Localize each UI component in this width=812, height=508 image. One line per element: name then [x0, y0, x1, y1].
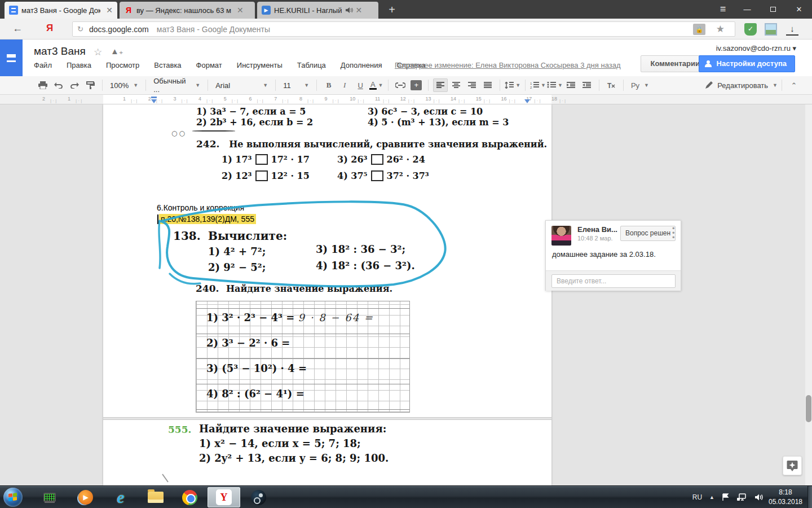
- tab-close-icon[interactable]: ✕: [106, 6, 113, 15]
- taskbar-steam-icon[interactable]: [249, 488, 267, 506]
- back-icon[interactable]: ←: [12, 23, 23, 34]
- comment-menu-icon[interactable]: •••: [672, 226, 675, 240]
- star-document-icon[interactable]: ☆: [94, 46, 102, 58]
- taskbar-explorer-icon[interactable]: [147, 488, 165, 506]
- ex138-item4: 4) 18² : (36 − 3²).: [316, 260, 415, 271]
- volume-icon[interactable]: [754, 493, 764, 501]
- menu-edit[interactable]: Правка: [67, 61, 91, 69]
- line-spacing-button[interactable]: ▼: [505, 78, 520, 92]
- ex242-row2-left: 2) 12³12² · 15: [222, 170, 310, 181]
- text-color-button[interactable]: A▼: [369, 78, 383, 92]
- underline-button[interactable]: U: [353, 78, 368, 92]
- handwritten-answer: 9 · 8 − 64 =: [298, 312, 374, 323]
- scrollbar-thumb[interactable]: [806, 395, 811, 422]
- language-indicator[interactable]: RU: [692, 493, 702, 501]
- reload-icon[interactable]: ↻: [77, 25, 83, 33]
- close-button[interactable]: ✕: [786, 0, 812, 19]
- clear-formatting-icon[interactable]: T: [604, 78, 619, 92]
- taskbar-yandex-browser-active[interactable]: Y: [208, 487, 240, 507]
- share-button[interactable]: Настройки доступа: [699, 55, 795, 72]
- print-icon[interactable]: [36, 78, 50, 92]
- action-center-flag-icon[interactable]: [722, 493, 730, 501]
- taskbar-media-player-icon[interactable]: ▶: [77, 488, 95, 506]
- tray-expand-icon[interactable]: ▲: [709, 494, 714, 500]
- taskbar-task-manager-icon[interactable]: [41, 488, 59, 506]
- clock-time: 8:18: [765, 488, 806, 497]
- redo-icon[interactable]: [67, 78, 82, 92]
- resolve-button[interactable]: Вопрос решен: [620, 226, 676, 241]
- font-select[interactable]: Arial▼: [212, 81, 271, 90]
- tab-music[interactable]: ▶ НЕ.KURILI - Наглый ✕: [257, 2, 378, 19]
- tab-audio-icon[interactable]: [345, 7, 353, 14]
- url-field[interactable]: ↻ docs.google.com мат3 Ваня - Google Док…: [72, 21, 735, 37]
- document-page[interactable]: 1) 3a³ − 7, если a = 5 2) 2b³ + 16, если…: [103, 104, 551, 485]
- decrease-indent-button[interactable]: [564, 78, 579, 92]
- menu-table[interactable]: Таблица: [297, 61, 326, 69]
- ruler-number: 5: [224, 96, 227, 102]
- minimize-button[interactable]: —: [734, 0, 760, 19]
- align-justify-button[interactable]: [480, 78, 495, 92]
- scrollbar-track[interactable]: [805, 104, 812, 485]
- account-email[interactable]: iv.sazonov@cdo-rzn.ru ▾: [716, 44, 796, 52]
- first-line-indent-marker[interactable]: [151, 97, 157, 98]
- collapse-toolbar-icon[interactable]: ⌃: [787, 78, 801, 92]
- font-size-select[interactable]: 11▼: [280, 81, 312, 90]
- new-tab-button[interactable]: +: [383, 2, 400, 19]
- window-controls: ≡ — ✕: [712, 0, 812, 19]
- start-button[interactable]: [3, 488, 23, 507]
- lock-icon[interactable]: 🔒: [693, 24, 705, 35]
- tab-close-icon[interactable]: ✕: [355, 6, 362, 15]
- network-icon[interactable]: [737, 493, 747, 501]
- mode-select[interactable]: Редактировать ▼: [705, 81, 778, 90]
- zoom-select[interactable]: 100%▼: [107, 81, 142, 90]
- tab-close-icon[interactable]: ✕: [237, 6, 244, 15]
- scan-exercise-top-right: 3) 6c³ − 3, если c = 10 4) 5 · (m³ + 13)…: [368, 106, 509, 128]
- bookmark-star-icon[interactable]: ★: [716, 23, 725, 35]
- menu-tools[interactable]: Инструменты: [237, 61, 283, 69]
- show-desktop-button[interactable]: [807, 486, 812, 508]
- paint-format-icon[interactable]: [83, 78, 98, 92]
- undo-icon[interactable]: [51, 78, 66, 92]
- numbered-list-button[interactable]: 12 ▼: [530, 78, 546, 92]
- maximize-button[interactable]: [760, 0, 786, 19]
- browser-menu-icon[interactable]: ≡: [712, 0, 734, 19]
- bold-button[interactable]: B: [321, 78, 336, 92]
- yandex-logo[interactable]: Я: [46, 23, 53, 34]
- tab-yandex-search[interactable]: Я ву — Яндекс: нашлось 63 м ✕: [120, 2, 255, 19]
- menu-view[interactable]: Просмотр: [106, 61, 139, 69]
- screenshot-extension-icon[interactable]: [765, 23, 777, 36]
- ex240-line3: 3) (5³ − 10²) · 4 =: [206, 362, 307, 374]
- explore-button[interactable]: [783, 456, 802, 475]
- input-tools-select[interactable]: Ру▼: [628, 81, 652, 90]
- ruler-tick: | · |: [206, 98, 213, 103]
- menu-addons[interactable]: Дополнения: [341, 61, 382, 69]
- left-indent-marker[interactable]: [151, 99, 157, 103]
- tab-docs[interactable]: мат3 Ваня - Google Доку ✕: [5, 2, 117, 19]
- ruler-tick: | · |: [509, 98, 515, 103]
- text-cursor: [157, 214, 158, 224]
- menu-format[interactable]: Формат: [196, 61, 222, 69]
- move-to-folder-icon[interactable]: ▲₊: [111, 46, 123, 56]
- insert-comment-icon[interactable]: +: [409, 78, 423, 92]
- ruler-number: 7: [274, 96, 277, 102]
- download-icon[interactable]: ↓: [786, 23, 798, 36]
- menu-insert[interactable]: Вставка: [154, 61, 181, 69]
- styles-select[interactable]: Обычный ...▼: [150, 77, 204, 94]
- right-indent-marker[interactable]: [524, 99, 530, 103]
- adblock-shield-icon[interactable]: ✓: [744, 23, 757, 36]
- taskbar-internet-explorer-icon[interactable]: e: [112, 488, 130, 506]
- taskbar-chrome-icon[interactable]: [180, 488, 198, 506]
- increase-indent-button[interactable]: [580, 78, 594, 92]
- insert-link-icon[interactable]: [393, 78, 408, 92]
- align-center-button[interactable]: [449, 78, 464, 92]
- align-left-button[interactable]: [433, 78, 448, 92]
- align-right-button[interactable]: [465, 78, 479, 92]
- document-title[interactable]: мат3 Ваня: [34, 45, 86, 58]
- last-edit-link[interactable]: Последнее изменение: Елена Викторовна Ск…: [395, 61, 621, 69]
- reply-input[interactable]: [551, 274, 676, 288]
- docs-home-button[interactable]: [0, 40, 23, 76]
- menu-file[interactable]: Файл: [34, 61, 52, 69]
- italic-button[interactable]: I: [337, 78, 352, 92]
- taskbar-clock[interactable]: 8:18 05.03.2018: [765, 488, 806, 507]
- bulleted-list-button[interactable]: ▼: [547, 78, 563, 92]
